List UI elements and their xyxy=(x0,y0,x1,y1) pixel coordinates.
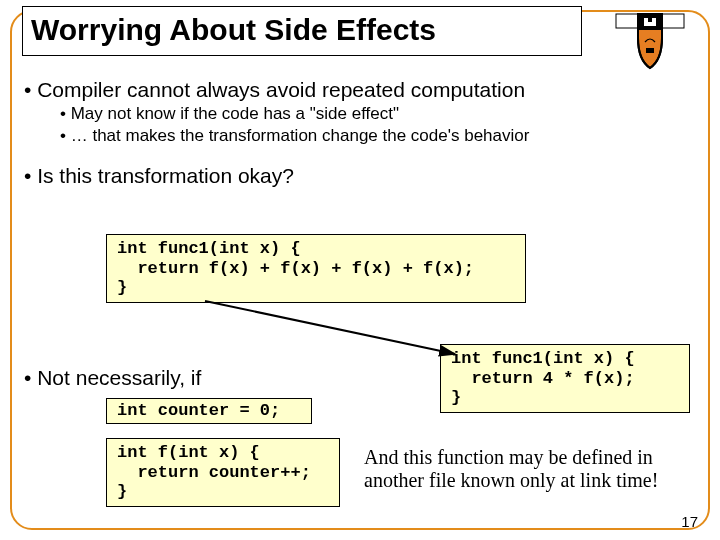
svg-rect-3 xyxy=(652,18,656,26)
code-counter-decl: int counter = 0; xyxy=(106,398,312,424)
svg-rect-4 xyxy=(648,22,652,26)
bullet-question: Is this transformation okay? xyxy=(24,164,696,188)
code-func1-optimized: int func1(int x) { return 4 * f(x); } xyxy=(440,344,690,413)
svg-line-6 xyxy=(205,301,455,354)
svg-rect-0 xyxy=(616,14,638,28)
bullet-transformation-change: … that makes the transformation change t… xyxy=(60,126,696,146)
slide-content: Compiler cannot always avoid repeated co… xyxy=(24,72,696,190)
bullet-side-effect: May not know if the code has a "side eff… xyxy=(60,104,696,124)
bullet-not-necessarily: Not necessarily, if xyxy=(24,366,201,390)
arrow-icon xyxy=(200,296,470,376)
svg-rect-2 xyxy=(644,18,648,26)
bullet-compiler: Compiler cannot always avoid repeated co… xyxy=(24,78,696,102)
page-number: 17 xyxy=(681,513,698,530)
university-shield-icon xyxy=(610,8,690,72)
svg-rect-1 xyxy=(662,14,684,28)
code-f-definition: int f(int x) { return counter++; } xyxy=(106,438,340,507)
code-func1-original: int func1(int x) { return f(x) + f(x) + … xyxy=(106,234,526,303)
slide-title: Worrying About Side Effects xyxy=(22,6,582,56)
svg-rect-5 xyxy=(646,48,654,53)
note-link-time: And this function may be defined in anot… xyxy=(364,446,684,492)
